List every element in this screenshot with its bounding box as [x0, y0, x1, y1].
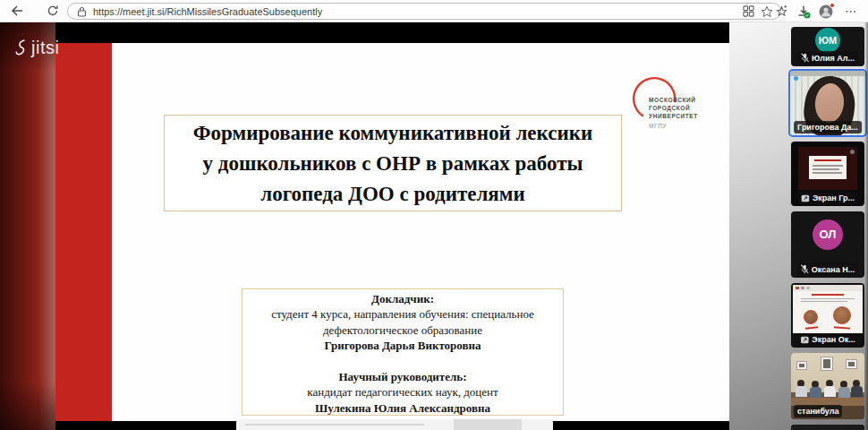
- address-bar[interactable]: https://meet.jit.si/RichMissilesGraduate…: [67, 3, 781, 20]
- avatar-initials: ОЛ: [813, 219, 843, 250]
- speaker-info-box: Докладчик: студент 4 курса, направления …: [242, 288, 564, 416]
- slide-title-line: у дошкольников с ОНР в рамках работы: [165, 149, 621, 179]
- advisor-heading: Научный руководитель:: [243, 369, 563, 384]
- avatar-initials: ЮМ: [815, 28, 840, 53]
- collections-icon[interactable]: [775, 4, 788, 18]
- jitsi-watermark-text: jitsi: [31, 38, 59, 58]
- slide-red-band: [55, 43, 112, 421]
- profile-avatar[interactable]: [819, 4, 833, 19]
- browser-right-controls: ⋯: [775, 0, 864, 22]
- advisor-name: Шулекина Юлия Александровна: [243, 400, 563, 416]
- refresh-button[interactable]: [43, 1, 63, 21]
- slide-title-box: Формирование коммуникативной лексики у д…: [164, 115, 622, 211]
- shared-screen-stage[interactable]: МОСКОВСКИЙ ГОРОДСКОЙ УНИВЕРСИТЕТ МГПУ Фо…: [0, 22, 729, 430]
- video-indicator-dot: [794, 76, 798, 81]
- screenshare-preview: [793, 285, 863, 333]
- stage-backdrop-band: [0, 22, 55, 430]
- participants-filmstrip: ЮМ Юлия Ал... Григорова Да...: [729, 22, 868, 430]
- jitsi-watermark[interactable]: jitsi: [14, 38, 59, 58]
- presentation-slide: МОСКОВСКИЙ ГОРОДСКОЙ УНИВЕРСИТЕТ МГПУ Фо…: [112, 43, 729, 421]
- jitsi-logo-icon: [14, 39, 28, 57]
- slide-title-line: Формирование коммуникативной лексики: [165, 118, 621, 149]
- participant-name-label: станибула: [794, 405, 842, 417]
- favorite-star-icon[interactable]: [761, 5, 773, 18]
- participant-name-label: Экран Ок...: [796, 333, 858, 346]
- screenshare-tile-grigorova[interactable]: Экран Гр...: [791, 142, 864, 206]
- speaker-heading: Докладчик:: [243, 291, 563, 306]
- university-logo: МОСКОВСКИЙ ГОРОДСКОЙ УНИВЕРСИТЕТ МГПУ: [631, 73, 711, 133]
- screenshare-preview: [798, 147, 857, 190]
- screenshare-tile-oksana[interactable]: Экран Ок...: [791, 283, 864, 348]
- wall-portrait: [821, 357, 833, 371]
- mic-muted-icon: [801, 264, 809, 274]
- participant-tile-partial[interactable]: [791, 425, 864, 430]
- participant-name-label: Оксана Н...: [797, 262, 858, 276]
- university-logo-abbr: МГПУ: [649, 122, 698, 130]
- browser-menu-button[interactable]: ⋯: [841, 2, 861, 22]
- participant-name-label: Григорова Да...: [794, 121, 862, 133]
- speaker-name: Григорова Дарья Викторовна: [243, 338, 563, 353]
- browser-toolbar: https://meet.jit.si/RichMissilesGraduate…: [0, 0, 868, 22]
- back-arrow-icon: [11, 5, 23, 16]
- back-button[interactable]: [7, 1, 27, 21]
- refresh-icon: [47, 4, 59, 17]
- screenshare-icon: [800, 336, 809, 344]
- screenshare-icon: [801, 194, 810, 202]
- slide-title-line: логопеда ДОО с родителями: [165, 179, 621, 210]
- participant-tile-oksana[interactable]: ОЛ Оксана Н...: [791, 211, 864, 278]
- meeting-area: МОСКОВСКИЙ ГОРОДСКОЙ УНИВЕРСИТЕТ МГПУ Фо…: [0, 22, 868, 430]
- jitsi-meeting-window: https://meet.jit.si/RichMissilesGraduate…: [0, 0, 868, 430]
- profile-alert-dot: [830, 3, 835, 8]
- shared-window-bottom-bar: [236, 419, 553, 430]
- apps-grid-icon[interactable]: [743, 5, 754, 17]
- university-logo-text: МОСКОВСКИЙ ГОРОДСКОЙ УНИВЕРСИТЕТ МГПУ: [649, 96, 698, 130]
- participant-tile-grigorova[interactable]: Григорова Да...: [788, 69, 867, 137]
- participant-tile-yulia[interactable]: ЮМ Юлия Ал...: [791, 27, 864, 66]
- participant-name-label: Экран Гр...: [797, 192, 858, 204]
- download-icon[interactable]: [796, 4, 811, 19]
- url-text: https://meet.jit.si/RichMissilesGraduate…: [93, 6, 322, 17]
- participant-tile-classroom[interactable]: станибула: [791, 353, 864, 419]
- mic-muted-icon: [801, 53, 809, 63]
- lock-icon: [77, 6, 87, 17]
- participant-name-label: Юлия Ал...: [797, 51, 858, 64]
